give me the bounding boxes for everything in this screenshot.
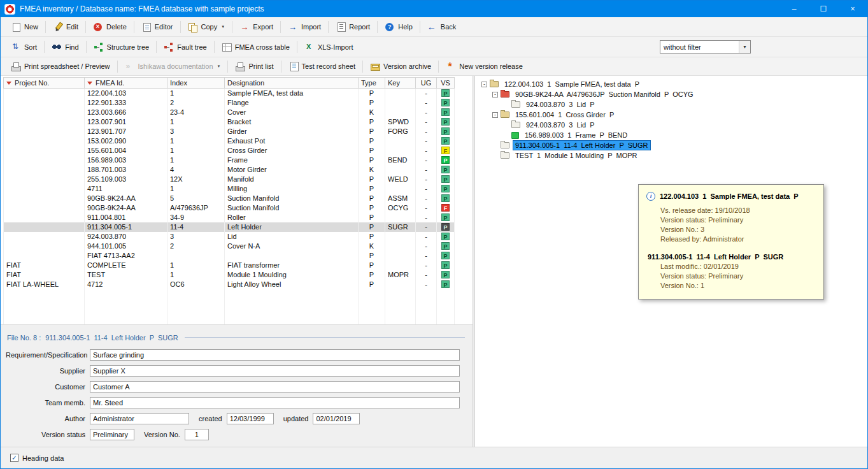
collapse-icon[interactable]: -: [492, 92, 498, 97]
back-button[interactable]: Back: [422, 20, 462, 34]
tree-item[interactable]: 924.003.870 3 Lid P: [479, 99, 867, 110]
table-row[interactable]: FIAT 4713-AA2P-P: [4, 251, 455, 261]
table-row[interactable]: 123.007.9011BracketPSPWD-P: [4, 117, 455, 127]
print-list-button[interactable]: Print list: [229, 59, 279, 74]
table-row[interactable]: 47111MillingP-P: [4, 184, 455, 194]
column-header-fmea-id[interactable]: FMEA Id.: [85, 78, 167, 89]
table-row[interactable]: [4, 299, 455, 308]
editor-button[interactable]: Editor: [136, 20, 179, 34]
collapse-icon[interactable]: -: [481, 82, 487, 87]
table-row[interactable]: 911.004.80134-9RollerP-P: [4, 213, 455, 222]
close-button[interactable]: ×: [838, 1, 867, 17]
version-status-input[interactable]: [90, 429, 134, 440]
column-label: Project No.: [15, 79, 49, 87]
export-button[interactable]: Export: [234, 20, 279, 34]
filter-combobox[interactable]: without filter: [660, 40, 751, 54]
edit-button[interactable]: Edit: [47, 20, 84, 34]
new-button[interactable]: New: [5, 20, 44, 34]
version-archive-button[interactable]: Version archive: [364, 59, 437, 74]
table-row[interactable]: 123.003.66623-4CoverK-P: [4, 108, 455, 117]
maximize-button[interactable]: ☐: [809, 1, 838, 17]
cell-ug: [416, 289, 437, 299]
fmea-cross-table-button[interactable]: FMEA cross table: [216, 40, 295, 54]
created-date-input[interactable]: [227, 413, 274, 424]
tree-item[interactable]: 156.989.003 1 Frame P BEND: [479, 130, 867, 140]
folder-gray-icon: [511, 122, 520, 128]
window-title: FMEA inventory / Database name: FMEA dat…: [20, 4, 264, 13]
xls-import-button[interactable]: XLS-Import: [299, 40, 359, 54]
table-row[interactable]: FIAT LA-WHEEL4712OC6Light Alloy WheelP-P: [4, 280, 455, 289]
cell-index: 4: [167, 165, 225, 175]
tree-item[interactable]: -90GB-9K24-AA A/479636JP Suction Manifol…: [479, 89, 867, 99]
tree-item[interactable]: TEST 1 Module 1 Moulding P MOPR: [479, 150, 867, 161]
table-row[interactable]: 90GB-9K24-AAA/479636JPSuction ManifoldPO…: [4, 203, 455, 213]
column-header-designation[interactable]: Designation: [225, 78, 359, 89]
table-row[interactable]: [4, 289, 455, 299]
cell-designation: Motor Girder: [225, 165, 359, 175]
table-row[interactable]: FIATTEST1Module 1 MouldingPMOPR-P: [4, 270, 455, 280]
supplier-input[interactable]: [90, 365, 460, 377]
table-row[interactable]: 153.002.0901Exhaust PotP-P: [4, 136, 455, 146]
column-header-project-no[interactable]: Project No.: [4, 78, 85, 89]
heading-data-checkbox[interactable]: [10, 454, 18, 462]
table-row[interactable]: [4, 318, 455, 325]
filter-funnel-icon[interactable]: [6, 82, 11, 85]
table-row[interactable]: 155.601.0041Cross GirderP-F: [4, 146, 455, 155]
table-row[interactable]: [4, 308, 455, 318]
print-spreadsheet-preview-button[interactable]: Print spreadsheet / Preview: [5, 59, 116, 74]
table-row[interactable]: 944.101.0052Cover N-AK-P: [4, 242, 455, 251]
author-input[interactable]: [90, 413, 189, 424]
help-button[interactable]: Help: [379, 20, 418, 34]
filter-funnel-icon[interactable]: [87, 82, 92, 85]
minimize-button[interactable]: –: [779, 1, 809, 17]
import-button[interactable]: Import: [282, 20, 327, 34]
tree-item[interactable]: -122.004.103 1 Sample FMEA, test data P: [479, 79, 867, 89]
vs-badge: P: [441, 185, 450, 192]
fmea-list-pane: Project No.FMEA Id.IndexDesignationTypeK…: [1, 76, 473, 447]
table-row[interactable]: 911.304.005-111-4Left HolderPSUGR-P: [4, 222, 455, 232]
column-header-key[interactable]: Key: [385, 78, 416, 89]
team-member-label: Team memb.: [6, 399, 90, 407]
column-header-ug[interactable]: UG: [416, 78, 437, 89]
cell-designation: Girder: [225, 127, 359, 136]
new-version-release-button[interactable]: New version release: [440, 59, 529, 74]
cell-key: [385, 184, 416, 194]
customer-input[interactable]: [90, 381, 460, 393]
dropdown-arrow-icon[interactable]: [217, 64, 221, 68]
table-row[interactable]: 255.109.00312XManifoldPWELD-P: [4, 175, 455, 184]
requirement-input[interactable]: [90, 349, 460, 361]
table-row[interactable]: 122.004.1031Sample FMEA, test dataP-P: [4, 89, 455, 98]
fault-tree-button[interactable]: Fault tree: [158, 40, 212, 54]
updated-date-input[interactable]: [313, 413, 360, 424]
structure-tree-button[interactable]: Structure tree: [88, 40, 155, 54]
tree-item[interactable]: 911.304.005-1 11-4 Left Holder P SUGR: [479, 140, 867, 150]
printer-icon: [11, 62, 21, 71]
table-row[interactable]: FIATCOMPLETE1FIAT transformerP-P: [4, 261, 455, 270]
copy-button[interactable]: Copy: [182, 20, 231, 34]
tree-item[interactable]: 924.003.870 3 Lid P: [479, 120, 867, 130]
ishikawa-documentation-button[interactable]: Ishikawa documentation: [119, 59, 227, 74]
column-header-index[interactable]: Index: [167, 78, 225, 89]
table-row[interactable]: 90GB-9K24-AA5Suction ManifoldPASSM-P: [4, 194, 455, 203]
delete-button[interactable]: Delete: [87, 20, 132, 34]
tree-item[interactable]: -155.601.004 1 Cross Girder P: [479, 110, 867, 120]
test-record-sheet-button[interactable]: Test record sheet: [283, 59, 361, 74]
collapse-icon[interactable]: -: [492, 112, 498, 118]
cell-vs: [437, 308, 455, 318]
report-button[interactable]: Report: [330, 20, 376, 34]
cell-type: P: [359, 213, 385, 222]
team-member-input[interactable]: [90, 397, 460, 408]
version-no-input[interactable]: [185, 429, 209, 440]
chevron-down-icon[interactable]: [739, 41, 750, 53]
table-row[interactable]: 122.901.3332FlangeP-P: [4, 98, 455, 108]
find-button[interactable]: Find: [46, 40, 84, 54]
column-header-type[interactable]: Type: [359, 78, 385, 89]
column-header-vs[interactable]: VS: [437, 78, 455, 89]
sort-button[interactable]: Sort: [5, 40, 43, 54]
table-row[interactable]: 924.003.8703LidP-P: [4, 232, 455, 242]
requirement-row: Requirement/Specification: [6, 349, 469, 361]
table-row[interactable]: 156.989.0031FramePBEND-P: [4, 155, 455, 165]
dropdown-arrow-icon[interactable]: [221, 25, 225, 29]
table-row[interactable]: 188.701.0034Motor GirderK-P: [4, 165, 455, 175]
table-row[interactable]: 123.901.7073GirderPFORG-P: [4, 127, 455, 136]
